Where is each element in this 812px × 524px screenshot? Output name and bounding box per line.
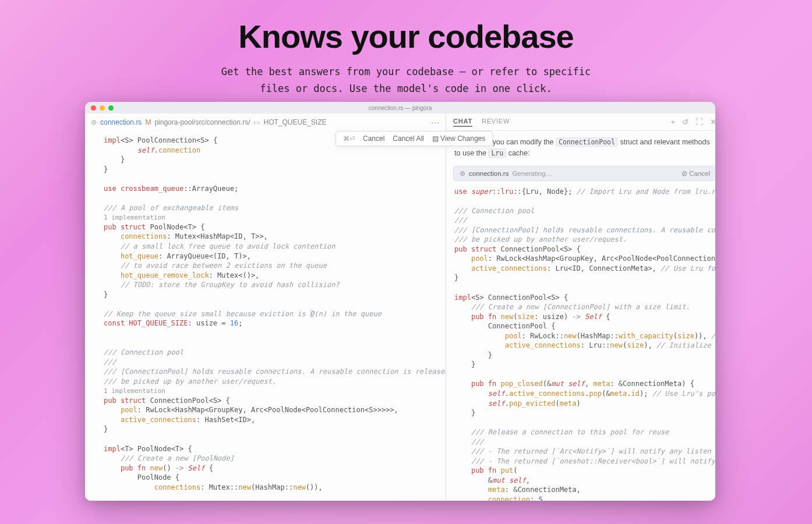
view-changes-button[interactable]: ▤ View Changes [432,134,486,143]
more-menu-button[interactable]: ··· [431,118,440,127]
close-icon[interactable]: ✕ [710,118,715,126]
cancel-button[interactable]: Cancel [363,134,384,143]
breadcrumb-symbol[interactable]: HOT_QUEUE_SIZE [263,118,326,126]
chat-code[interactable]: use super::lru::{Lru, Node}; // Import L… [446,183,715,501]
breadcrumb-file[interactable]: connection.rs [100,118,142,126]
chat-pane: CHAT REVIEW + ↺ ⛶ ✕ Here's how you can m… [446,114,715,501]
breadcrumb-path: pingora-pool/src/connection.rs/ [154,118,250,126]
zoom-icon[interactable] [108,105,114,111]
hero-subtitle: Get the best answers from your codebase … [0,63,812,97]
ide-window: connection.rs — pingora ⌘⏎ Cancel Cancel… [85,102,715,501]
chat-tabs: CHAT REVIEW + ↺ ⛶ ✕ [446,114,715,131]
minimize-icon[interactable] [100,105,105,111]
history-icon[interactable]: ↺ [682,118,689,126]
rust-icon: ⊛ [460,169,465,178]
shortcut-hint: ⌘⏎ [343,135,355,143]
modified-badge: M [145,118,151,126]
hero: Knows your codebase Get the best answers… [0,0,812,97]
window-title: connection.rs — pingora [85,105,715,111]
rust-icon: ⊛ [91,118,97,126]
list-icon: ▤ [432,134,439,143]
editor-code[interactable]: impl<S> PoolConnection<S> { self.connect… [85,131,446,501]
code-lens[interactable]: 1 implementation [104,214,165,221]
add-icon[interactable]: + [670,118,675,126]
generating-bar: ⊛ connection.rs Generating… ⊘ Cancel [453,166,715,181]
window-content: ⊛ connection.rs M pingora-pool/src/conne… [85,114,715,501]
inline-code: Lru [488,148,506,158]
generating-status: Generating… [512,170,552,177]
expand-icon[interactable]: ⛶ [696,118,703,126]
close-icon[interactable] [91,105,96,111]
editor-pane: ⊛ connection.rs M pingora-pool/src/conne… [85,114,446,501]
hero-title: Knows your codebase [0,17,812,55]
tab-chat[interactable]: CHAT [453,118,472,127]
code-lens[interactable]: 1 implementation [104,387,165,395]
traffic-lights [91,105,114,111]
tab-review[interactable]: REVIEW [482,118,510,127]
stop-icon: ⊘ [682,169,687,178]
generating-file: connection.rs [469,170,509,177]
diff-action-bar: ⌘⏎ Cancel Cancel All ▤ View Changes [336,131,493,146]
titlebar: connection.rs — pingora [85,102,715,114]
cancel-all-button[interactable]: Cancel All [393,134,423,143]
generating-cancel-button[interactable]: ⊘ Cancel [682,169,710,178]
symbol-icon: ▭ [253,118,260,126]
inline-code: ConnectionPool [556,137,618,147]
breadcrumb: ⊛ connection.rs M pingora-pool/src/conne… [85,114,446,131]
